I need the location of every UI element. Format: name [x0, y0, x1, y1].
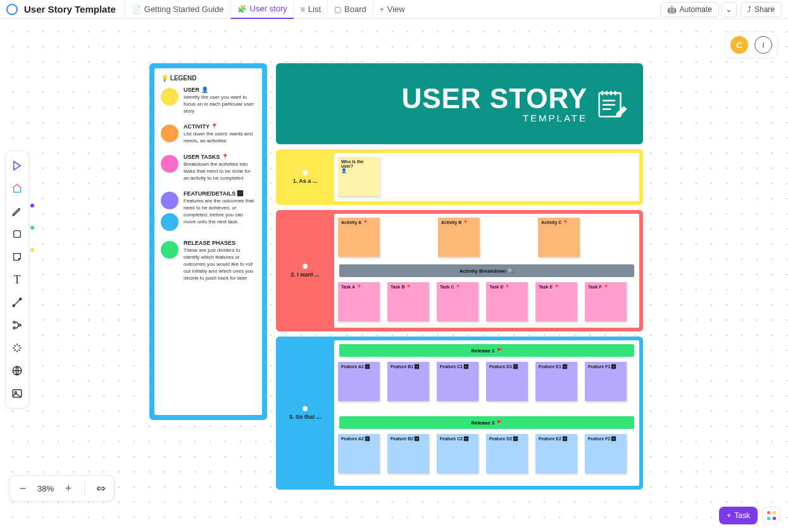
- tool-web[interactable]: [8, 360, 27, 381]
- legend-body: Features are the outcomes that need to b…: [184, 198, 256, 225]
- sticky-task[interactable]: Task B 📍: [387, 282, 429, 321]
- share-button[interactable]: ⤴Share: [741, 2, 782, 17]
- sticky-feature[interactable]: Feature D1 🅰: [486, 362, 528, 401]
- legend-circle-user: [161, 88, 178, 106]
- legend-heading: RELEASE PHASES: [184, 240, 256, 246]
- sticky-feature[interactable]: Feature E1 🅰: [535, 362, 577, 401]
- tab-label: View: [387, 4, 405, 14]
- legend-heading: ACTIVITY 📍: [184, 123, 256, 130]
- legend-body: List down the users' wants and needs, as…: [184, 131, 256, 145]
- activity-breakdown-bar[interactable]: Activity Breakdown 🔍: [339, 264, 634, 277]
- sticky-task[interactable]: Task D 📍: [486, 282, 528, 321]
- sticky-feature[interactable]: Feature A2 🅰: [338, 434, 380, 473]
- zoom-fit-button[interactable]: ⇔: [95, 481, 106, 495]
- sticky-feature[interactable]: Feature E2 🅰: [535, 434, 577, 473]
- legend-row-tasks: USER TASKS 📍Breakdown the activities int…: [161, 154, 256, 182]
- legend-row-feature: FEATURE/DETAILS 🅰Features are the outcom…: [161, 190, 256, 231]
- legend-heading: USER TASKS 📍: [184, 154, 256, 160]
- tab-add-view[interactable]: +View: [373, 0, 411, 19]
- legend-row-activity: ACTIVITY 📍List down the users' wants and…: [161, 123, 256, 145]
- svg-point-3: [13, 321, 15, 323]
- robot-icon: 🤖: [667, 5, 677, 14]
- tab-list[interactable]: ≡List: [294, 0, 327, 19]
- bubble-icon: [303, 406, 308, 411]
- tab-board[interactable]: ▢Board: [327, 0, 373, 19]
- sticky-text: Who is the user?: [341, 159, 377, 168]
- tool-shape[interactable]: [8, 223, 27, 245]
- tool-select[interactable]: [8, 155, 27, 176]
- legend-circle-activity: [161, 125, 178, 142]
- sticky-feature[interactable]: Feature F1 🅰: [585, 362, 627, 401]
- hero-title: USER STORY: [401, 85, 587, 113]
- legend-circle-feature-purple: [161, 192, 178, 209]
- sticky-feature[interactable]: Feature C2 🅰: [437, 434, 478, 473]
- tab-label: Board: [344, 4, 366, 14]
- legend-body: Identify the user you want to focus on i…: [184, 94, 256, 114]
- board-icon: ▢: [334, 5, 341, 14]
- section-so-that[interactable]: 3. So that ... Release 1 🚩Feature A1 🅰Fe…: [276, 337, 643, 490]
- tab-label: User story: [250, 4, 287, 13]
- release-1-bar[interactable]: Release 1 🚩: [339, 344, 634, 357]
- hero-subtitle: TEMPLATE: [401, 113, 587, 123]
- sticky-feature[interactable]: Feature C1 🅰: [437, 362, 478, 401]
- tool-mindmap[interactable]: [8, 314, 27, 336]
- section-i-want[interactable]: 2. I want ... Activity A 📍Activity B 📍Ac…: [276, 210, 643, 331]
- section-label: 2. I want ...: [291, 271, 320, 278]
- tab-getting-started[interactable]: 📄Getting Started Guide: [125, 0, 230, 19]
- section-label-area: 2. I want ...: [276, 210, 334, 331]
- legend-heading: FEATURE/DETAILS 🅰: [184, 190, 256, 197]
- section-as-a[interactable]: 1. As a ... Who is the user? 👤: [276, 149, 643, 205]
- tool-pen[interactable]: [8, 201, 27, 222]
- legend-title: 💡 LEGEND: [161, 75, 256, 82]
- bottom-right-controls: +Task: [719, 507, 780, 524]
- sticky-feature[interactable]: Feature F2 🅰: [585, 434, 627, 473]
- tab-user-story[interactable]: 🧩User story: [230, 0, 294, 19]
- plus-icon: +: [727, 511, 731, 520]
- left-toolbar: T: [5, 151, 29, 409]
- tool-connector[interactable]: [8, 292, 27, 313]
- apps-button[interactable]: [763, 507, 780, 524]
- sticky-feature[interactable]: Feature B2 🅰: [387, 434, 429, 473]
- whiteboard-content[interactable]: 💡 LEGEND USER 👤Identify the user you wan…: [149, 63, 643, 490]
- hero-banner[interactable]: USER STORY TEMPLATE: [276, 63, 643, 144]
- automate-button[interactable]: 🤖Automate: [660, 2, 719, 17]
- sticky-task[interactable]: Task A 📍: [338, 282, 380, 321]
- zoom-in-button[interactable]: +: [63, 482, 74, 495]
- section-label: 1. As a ...: [293, 178, 318, 184]
- zoom-percent[interactable]: 38%: [37, 484, 54, 493]
- bubble-icon: [303, 264, 308, 269]
- zoom-out-button[interactable]: −: [17, 482, 28, 495]
- tool-text[interactable]: T: [8, 269, 27, 290]
- sticky-who-is-user[interactable]: Who is the user? 👤: [338, 157, 380, 196]
- sticky-activity[interactable]: Activity B 📍: [438, 218, 480, 257]
- tool-sticky[interactable]: [8, 246, 27, 268]
- legend-circle-release: [161, 241, 178, 259]
- info-button[interactable]: i: [754, 36, 772, 54]
- sticky-feature[interactable]: Feature D2 🅰: [486, 434, 528, 473]
- add-task-button[interactable]: +Task: [719, 507, 758, 524]
- section-label-area: 3. So that ...: [276, 337, 334, 490]
- sticky-activity[interactable]: Activity C 📍: [538, 218, 580, 257]
- sticky-activity[interactable]: Activity A 📍: [338, 218, 380, 257]
- sticky-task[interactable]: Task E 📍: [535, 282, 577, 321]
- app-logo-icon[interactable]: [6, 4, 18, 15]
- legend-frame[interactable]: 💡 LEGEND USER 👤Identify the user you wan…: [149, 63, 267, 420]
- tool-image[interactable]: [8, 383, 27, 404]
- avatar[interactable]: C: [730, 36, 748, 54]
- toolbar-color-dots: [30, 204, 34, 252]
- sticky-feature[interactable]: Feature A1 🅰: [338, 362, 380, 401]
- release-2-bar[interactable]: Release 2 🚩: [339, 416, 634, 429]
- notepad-icon: [595, 87, 629, 121]
- tool-home[interactable]: [8, 178, 27, 199]
- list-icon: ≡: [301, 5, 305, 14]
- legend-circle-feature-blue: [161, 213, 178, 231]
- sticky-task[interactable]: Task F 📍: [585, 282, 627, 321]
- legend-row-release: RELEASE PHASESThese are just dividers to…: [161, 240, 256, 281]
- tool-ai[interactable]: [8, 337, 27, 359]
- tab-label: List: [308, 4, 321, 14]
- automate-label: Automate: [680, 5, 712, 14]
- automate-dropdown[interactable]: ⌄: [722, 2, 737, 17]
- sticky-feature[interactable]: Feature B1 🅰: [387, 362, 429, 401]
- doc-title[interactable]: User Story Template: [24, 4, 116, 15]
- sticky-task[interactable]: Task C 📍: [437, 282, 478, 321]
